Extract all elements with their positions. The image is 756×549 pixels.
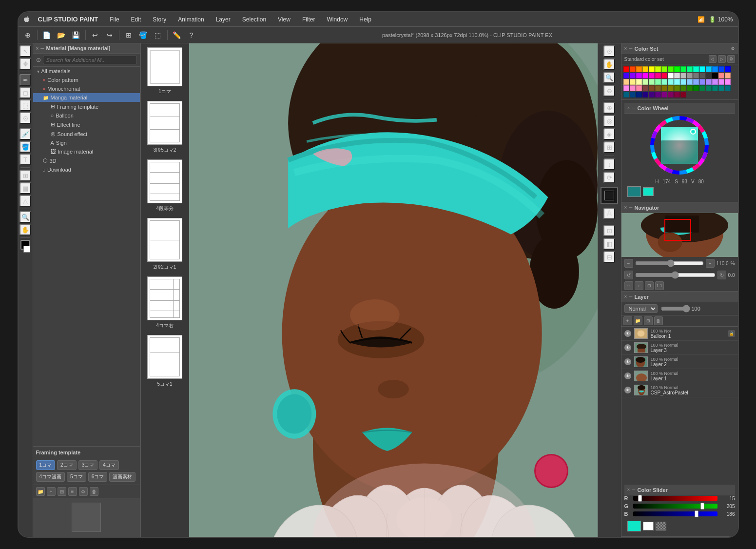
tool-sub-2[interactable]: ✋ <box>603 59 615 70</box>
color-swatch-75[interactable] <box>668 92 674 98</box>
nav-flip-v[interactable]: ↕ <box>635 281 643 290</box>
slider-g-thumb[interactable] <box>700 503 704 510</box>
color-swatch-28[interactable] <box>693 73 699 78</box>
color-swatch-21[interactable] <box>649 73 655 78</box>
thumb-4dan[interactable]: 4段等分 <box>147 159 182 212</box>
color-swatch-45[interactable] <box>693 79 699 85</box>
color-swatch-57[interactable] <box>661 85 667 91</box>
layer-eye-layer2[interactable]: 👁 <box>624 358 631 365</box>
color-swatch-32[interactable] <box>718 73 724 78</box>
slider-b-track[interactable] <box>633 511 717 516</box>
layer-row-csp[interactable]: 👁 100 % Normal <box>621 383 738 397</box>
save-btn[interactable]: 💾 <box>70 29 82 41</box>
thumb-3dan[interactable]: 3段5コマ2 <box>147 101 182 154</box>
color-swatch-72[interactable] <box>649 92 655 98</box>
color-swatch-66[interactable] <box>718 85 724 91</box>
layer-eye-layer1[interactable]: 👁 <box>624 373 631 379</box>
new-btn[interactable]: 📄 <box>40 29 53 41</box>
color-swatch-24[interactable] <box>668 73 674 78</box>
color-swatch-43[interactable] <box>680 79 686 85</box>
fill-btn[interactable]: 🪣 <box>137 29 150 41</box>
color-swatch-58[interactable] <box>668 85 674 91</box>
transparent-swatch[interactable] <box>656 522 666 530</box>
tool-pen[interactable]: ✒ <box>19 74 31 86</box>
color-swatch-8[interactable] <box>674 66 680 72</box>
tool-gradient[interactable]: ▦ <box>19 182 31 194</box>
tool-fill[interactable]: 🪣 <box>19 141 31 153</box>
color-swatch-65[interactable] <box>712 85 718 91</box>
layer-row-layer3[interactable]: 👁 100 % Normal Layer 3 <box>621 341 738 355</box>
tool-shape[interactable]: △ <box>19 195 31 207</box>
color-swatch-76[interactable] <box>674 92 680 98</box>
color-swatch-30[interactable] <box>706 73 712 78</box>
menu-story[interactable]: Story <box>151 15 168 24</box>
color-swatch-54[interactable] <box>642 85 648 91</box>
color-swatch-2[interactable] <box>636 66 642 72</box>
slider-min[interactable]: ─ <box>632 487 635 492</box>
nav-close[interactable]: × <box>624 205 627 210</box>
wheel-active-swatch[interactable] <box>643 187 654 196</box>
tool-text[interactable]: T <box>19 154 31 165</box>
layer-row-layer2[interactable]: 👁 100 % Normal Layer 2 <box>621 355 738 369</box>
color-swatch-33[interactable] <box>725 73 731 78</box>
tree-item-sign[interactable]: A Sign <box>33 138 140 147</box>
color-swatch-68[interactable] <box>623 92 629 98</box>
color-swatch-6[interactable] <box>661 66 667 72</box>
tool-eraser[interactable]: ◻ <box>19 87 31 98</box>
color-swatch-63[interactable] <box>699 85 705 91</box>
color-set-gear[interactable]: ⚙ <box>731 46 735 51</box>
color-swatch-53[interactable] <box>636 85 642 91</box>
layer-row-balloon1[interactable]: 👁 100 % Nor Balloon 1 <box>621 327 738 341</box>
color-swatch-23[interactable] <box>661 73 667 78</box>
color-swatch-50[interactable] <box>725 79 731 85</box>
color-swatch-74[interactable] <box>661 92 667 98</box>
nav-min[interactable]: ─ <box>629 205 632 210</box>
color-set-next[interactable]: ▷ <box>718 55 726 63</box>
color-swatch-18[interactable] <box>630 73 636 78</box>
tool-sub-10[interactable]: ◧ <box>603 238 615 250</box>
framing-btn-6koma[interactable]: 6コマ <box>88 472 108 482</box>
tool-select[interactable]: ⬚ <box>19 99 31 111</box>
grid-btn[interactable]: ⊞ <box>58 487 66 496</box>
color-wheel-close[interactable]: × <box>627 105 630 111</box>
color-swatch-1[interactable] <box>630 66 636 72</box>
thumb-4koma-right[interactable]: 4コマ右 <box>147 276 182 329</box>
color-swatch-60[interactable] <box>680 85 686 91</box>
color-swatch-31[interactable] <box>712 73 718 78</box>
tool-sub-text[interactable]: A <box>603 208 615 219</box>
color-swatch-20[interactable] <box>642 73 648 78</box>
foreground-swatch[interactable] <box>627 521 641 531</box>
tool-sub-zoom-in[interactable]: 🔍 <box>603 72 615 83</box>
undo-btn[interactable]: ↩ <box>89 29 101 41</box>
menu-window[interactable]: Window <box>325 15 350 24</box>
color-swatch-46[interactable] <box>699 79 705 85</box>
color-swatch-9[interactable] <box>680 66 686 72</box>
color-swatch-11[interactable] <box>693 66 699 72</box>
tree-item-color-pattern[interactable]: × Color pattern <box>33 76 140 84</box>
color-swatch-61[interactable] <box>687 85 693 91</box>
color-set-close[interactable]: × <box>624 46 627 51</box>
tool-transform[interactable]: ⊞ <box>19 170 31 181</box>
layer-opacity-slider[interactable] <box>661 305 690 313</box>
add-folder-btn[interactable]: + <box>47 487 56 496</box>
color-swatch-39[interactable] <box>655 79 661 85</box>
csp-logo-btn[interactable]: ⊕ <box>21 29 34 41</box>
color-swatch-69[interactable] <box>630 92 636 98</box>
layer-close[interactable]: × <box>624 294 627 299</box>
menu-help[interactable]: Help <box>357 15 373 24</box>
tool-hand[interactable]: ✋ <box>19 224 31 235</box>
color-swatch-12[interactable] <box>699 66 705 72</box>
tree-item-3d[interactable]: ⬡ 3D <box>33 156 140 165</box>
material-search-input[interactable] <box>43 56 137 64</box>
color-swatch-36[interactable] <box>636 79 642 85</box>
color-swatch-7[interactable] <box>668 66 674 72</box>
color-wheel-container[interactable] <box>648 114 711 177</box>
tool-sub-8[interactable]: ⟳ <box>603 172 615 183</box>
slider-r-track[interactable] <box>633 496 717 501</box>
color-swatch-71[interactable] <box>642 92 648 98</box>
nav-angle-slider[interactable] <box>635 271 716 279</box>
slider-g-track[interactable] <box>633 504 717 509</box>
tool-color2[interactable] <box>23 246 30 253</box>
color-swatch-59[interactable] <box>674 85 680 91</box>
layer-eye-balloon1[interactable]: 👁 <box>624 330 631 337</box>
